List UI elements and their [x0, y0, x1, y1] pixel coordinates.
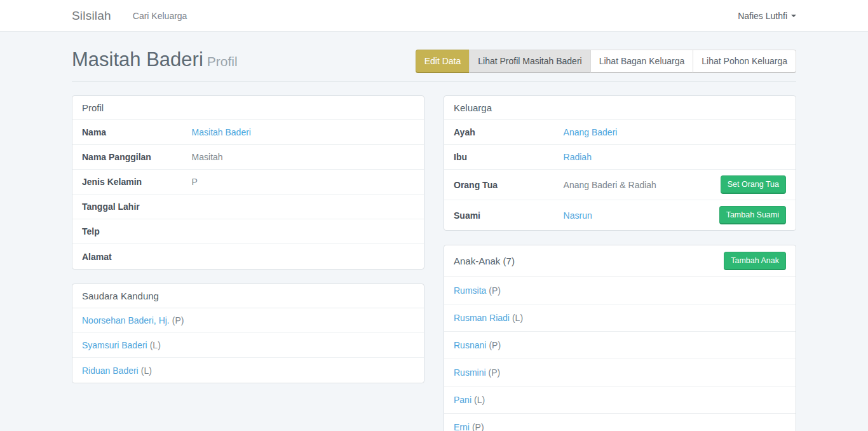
row-label: Alamat — [82, 252, 192, 262]
sibling-link[interactable]: Riduan Baderi — [82, 366, 139, 376]
user-name: Nafies Luthfi — [738, 11, 787, 21]
gender-label: (L) — [141, 366, 152, 376]
list-item: Rusman Riadi(L) — [444, 304, 796, 332]
row-value: Anang Baderi & Radiah — [564, 180, 721, 190]
page-title: Masitah BaderiProfil — [72, 48, 238, 73]
child-link[interactable]: Rusnani — [454, 340, 486, 350]
list-item: Rusnani(P) — [444, 332, 796, 359]
profil-panel: Profil Nama Masitah Baderi Nama Panggila… — [72, 95, 424, 270]
row-label: Nama Panggilan — [82, 152, 192, 162]
gender-label: (P) — [489, 367, 501, 378]
gender-label: (L) — [150, 340, 161, 350]
table-row: Orang Tua Anang Baderi & Radiah Set Oran… — [444, 170, 796, 200]
table-row: Nama Panggilan Masitah — [72, 145, 424, 170]
gender-label: (P) — [489, 285, 501, 296]
nama-link[interactable]: Masitah Baderi — [192, 127, 251, 137]
row-label: Orang Tua — [454, 180, 564, 190]
suami-link[interactable]: Nasrun — [564, 210, 592, 221]
child-link[interactable]: Pani — [454, 395, 471, 405]
sibling-link[interactable]: Noorsehan Baderi, Hj. — [82, 315, 170, 325]
table-row: Telp — [72, 219, 424, 244]
list-item: Pani(L) — [444, 387, 796, 414]
row-label: Ayah — [454, 127, 564, 137]
set-orang-tua-button[interactable]: Set Orang Tua — [721, 175, 786, 194]
table-row: Nama Masitah Baderi — [72, 120, 424, 145]
child-link[interactable]: Rusmini — [454, 367, 486, 378]
user-dropdown[interactable]: Nafies Luthfi — [738, 11, 796, 21]
lihat-profil-button[interactable]: Lihat Profil Masitah Baderi — [469, 50, 590, 73]
edit-data-button[interactable]: Edit Data — [416, 50, 470, 73]
child-link[interactable]: Erni — [454, 422, 470, 431]
row-label: Jenis Kelamin — [82, 177, 192, 187]
table-row: Ibu Radiah — [444, 145, 796, 170]
nav-link-cari-keluarga[interactable]: Cari Keluarga — [133, 11, 187, 21]
list-item: Riduan Baderi(L) — [72, 358, 424, 383]
anak-anak-panel: Anak-Anak (7) Tambah Anak Rumsita(P) Rus… — [444, 245, 796, 431]
ibu-link[interactable]: Radiah — [564, 152, 592, 162]
list-item: Rusmini(P) — [444, 359, 796, 387]
profile-action-group: Edit Data Lihat Profil Masitah Baderi Li… — [416, 50, 796, 73]
brand-link[interactable]: Silsilah — [72, 9, 111, 23]
sibling-link[interactable]: Syamsuri Baderi — [82, 340, 147, 350]
list-item: Noorsehan Baderi, Hj.(P) — [72, 308, 424, 333]
header-divider — [72, 81, 796, 82]
gender-label: (P) — [489, 340, 501, 350]
table-row: Jenis Kelamin P — [72, 170, 424, 195]
gender-label: (L) — [512, 313, 523, 323]
caret-down-icon — [791, 15, 796, 17]
gender-label: (P) — [472, 422, 484, 431]
anak-panel-title: Anak-Anak (7) — [454, 256, 515, 266]
gender-label: (P) — [172, 315, 184, 325]
tambah-anak-button[interactable]: Tambah Anak — [724, 252, 786, 270]
table-row: Suami Nasrun Tambah Suami — [444, 200, 796, 230]
gender-label: (L) — [474, 395, 485, 405]
profil-panel-title: Profil — [72, 96, 424, 120]
keluarga-panel: Keluarga Ayah Anang Baderi Ibu Radiah Or… — [444, 95, 796, 231]
list-item: Erni(P) — [444, 414, 796, 431]
saudara-kandung-panel: Saudara Kandung Noorsehan Baderi, Hj.(P)… — [72, 284, 424, 383]
ayah-link[interactable]: Anang Baderi — [564, 127, 618, 137]
table-row: Ayah Anang Baderi — [444, 120, 796, 145]
top-navbar: Silsilah Cari Keluarga Nafies Luthfi — [0, 0, 868, 32]
child-link[interactable]: Rusman Riadi — [454, 313, 510, 323]
row-label: Suami — [454, 210, 564, 221]
child-link[interactable]: Rumsita — [454, 285, 486, 296]
row-label: Ibu — [454, 152, 564, 162]
saudara-panel-title: Saudara Kandung — [72, 284, 424, 308]
table-row: Tanggal Lahir — [72, 195, 424, 219]
row-value: P — [192, 177, 414, 187]
page-subtitle: Profil — [207, 54, 238, 69]
keluarga-panel-title: Keluarga — [444, 96, 796, 120]
lihat-pohon-button[interactable]: Lihat Pohon Keluarga — [693, 50, 796, 73]
row-value: Masitah — [192, 152, 414, 162]
row-label: Telp — [82, 226, 192, 236]
table-row: Alamat — [72, 244, 424, 269]
list-item: Syamsuri Baderi(L) — [72, 333, 424, 358]
row-label: Nama — [82, 127, 192, 137]
lihat-bagan-button[interactable]: Lihat Bagan Keluarga — [590, 50, 694, 73]
row-label: Tanggal Lahir — [82, 202, 192, 212]
tambah-suami-button[interactable]: Tambah Suami — [719, 206, 786, 224]
list-item: Rumsita(P) — [444, 277, 796, 304]
page-header: Masitah BaderiProfil Edit Data Lihat Pro… — [72, 48, 796, 73]
person-name: Masitah Baderi — [72, 48, 203, 71]
